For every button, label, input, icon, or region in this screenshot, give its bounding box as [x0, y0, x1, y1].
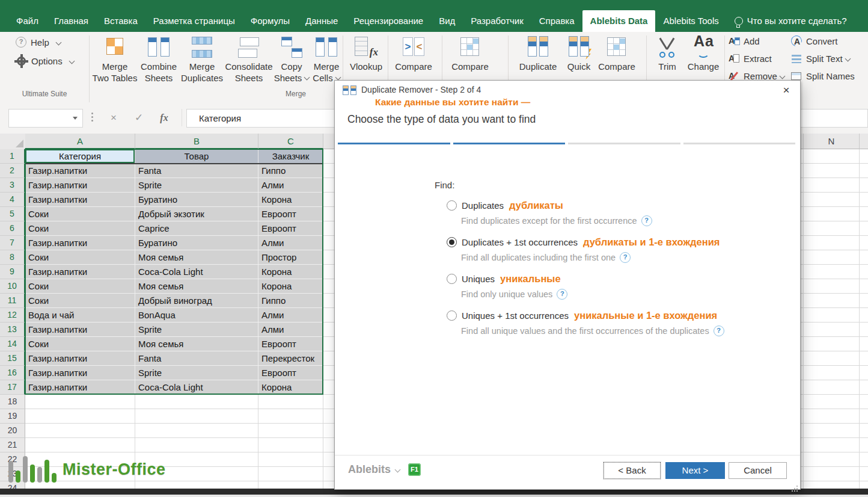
- cell-C8[interactable]: Простор: [258, 250, 323, 265]
- tab-ablebits-tools[interactable]: Ablebits Tools: [655, 10, 726, 32]
- options-button[interactable]: Options: [16, 55, 74, 67]
- quick-dedupe-button[interactable]: Quick: [563, 34, 595, 72]
- cell-A19[interactable]: [25, 409, 135, 424]
- merge-cells-button[interactable]: MergeCells: [310, 34, 343, 84]
- cell-B16[interactable]: Sprite: [135, 366, 258, 380]
- compare-multiple-button[interactable]: Compare: [446, 34, 494, 72]
- cell-N24[interactable]: [804, 481, 860, 489]
- cell-C16[interactable]: Евроопт: [258, 366, 323, 380]
- cell-N4[interactable]: [804, 193, 860, 207]
- radio-button[interactable]: [447, 274, 457, 284]
- cell-C4[interactable]: Корона: [258, 193, 323, 207]
- help-button[interactable]: ? Help: [16, 37, 74, 48]
- cell-x4[interactable]: [860, 193, 868, 207]
- cell-B2[interactable]: Fanta: [135, 164, 258, 178]
- select-all-corner[interactable]: [0, 134, 26, 150]
- cell-B8[interactable]: Моя семья: [135, 250, 258, 265]
- tab-help[interactable]: Справка: [531, 10, 582, 32]
- cell-x22[interactable]: [860, 452, 868, 467]
- tab-page-layout[interactable]: Разметка страницы: [145, 10, 243, 32]
- row-header-10[interactable]: 10: [0, 279, 25, 294]
- cell-N13[interactable]: [804, 323, 860, 337]
- question-mark-icon[interactable]: ?: [620, 252, 631, 263]
- extract-button[interactable]: AExtract: [729, 52, 784, 65]
- row-header-6[interactable]: 6: [0, 221, 25, 236]
- cell-N12[interactable]: [804, 308, 860, 323]
- cell-x12[interactable]: [860, 308, 868, 323]
- cell-C1[interactable]: Заказчик: [258, 149, 323, 164]
- cell-N7[interactable]: [804, 236, 860, 250]
- tab-tell-me[interactable]: Что вы хотите сделать?: [727, 10, 855, 32]
- cell-N21[interactable]: [804, 438, 860, 452]
- cell-N5[interactable]: [804, 207, 860, 221]
- cell-N15[interactable]: [804, 351, 860, 366]
- split-text-button[interactable]: Split Text: [791, 52, 855, 65]
- radio-button[interactable]: [447, 200, 457, 211]
- cell-C2[interactable]: Гиппо: [258, 164, 323, 178]
- cell-A20[interactable]: [25, 424, 135, 438]
- compare-tables-button[interactable]: Compare: [594, 34, 640, 72]
- tab-view[interactable]: Вид: [431, 10, 463, 32]
- row-header-9[interactable]: 9: [0, 265, 25, 279]
- row-header-1[interactable]: 1: [0, 149, 25, 164]
- cell-B5[interactable]: Добрый экзотик: [135, 207, 258, 221]
- cell-A18[interactable]: [25, 395, 135, 409]
- cell-x10[interactable]: [860, 279, 868, 294]
- row-header-19[interactable]: 19: [0, 409, 25, 424]
- row-header-13[interactable]: 13: [0, 323, 25, 337]
- insert-function-button[interactable]: fx: [154, 109, 174, 126]
- cell-A21[interactable]: [25, 438, 135, 452]
- cell-x23[interactable]: [860, 467, 868, 481]
- cell-C24[interactable]: [258, 481, 323, 489]
- cell-A13[interactable]: Газир.напитки: [25, 323, 135, 337]
- cell-x18[interactable]: [860, 395, 868, 409]
- column-header-A[interactable]: A: [25, 134, 135, 149]
- find-option-row[interactable]: Duplicatesдубликаты: [447, 199, 788, 212]
- cell-C17[interactable]: Корона: [258, 380, 323, 395]
- row-header-7[interactable]: 7: [0, 236, 25, 250]
- cell-x3[interactable]: [860, 178, 868, 193]
- cell-B9[interactable]: Coca-Cola Light: [135, 265, 258, 279]
- cell-C13[interactable]: Алми: [258, 323, 323, 337]
- consolidate-sheets-button[interactable]: ConsolidateSheets: [225, 34, 273, 84]
- cell-C14[interactable]: Евроопт: [258, 337, 323, 351]
- row-header-2[interactable]: 2: [0, 164, 25, 178]
- row-header-21[interactable]: 21: [0, 438, 25, 452]
- cell-A24[interactable]: [25, 481, 135, 489]
- cell-B6[interactable]: Caprice: [135, 221, 258, 236]
- cell-N8[interactable]: [804, 250, 860, 265]
- cell-C19[interactable]: [258, 409, 323, 424]
- tab-review[interactable]: Рецензирование: [346, 10, 431, 32]
- merge-two-tables-button[interactable]: MergeTwo Tables: [90, 34, 139, 84]
- cell-A6[interactable]: Соки: [25, 221, 135, 236]
- tab-ablebits-data[interactable]: Ablebits Data: [582, 10, 656, 32]
- back-button[interactable]: < Back: [604, 462, 661, 479]
- find-option-row[interactable]: Uniquesуникальные: [447, 272, 788, 286]
- radio-button[interactable]: [447, 237, 457, 247]
- cell-B15[interactable]: Fanta: [135, 351, 258, 366]
- cell-A10[interactable]: Соки: [25, 279, 135, 294]
- drag-handle-icon[interactable]: [91, 113, 93, 114]
- cell-C20[interactable]: [258, 424, 323, 438]
- tab-file[interactable]: Файл: [8, 10, 46, 32]
- cell-N23[interactable]: [804, 467, 860, 481]
- find-option-row[interactable]: Uniques + 1st occurrencesуникальные и 1-…: [447, 309, 788, 323]
- cell-N22[interactable]: [804, 452, 860, 467]
- enter-formula-button[interactable]: ✓: [129, 109, 149, 126]
- cell-B19[interactable]: [135, 409, 258, 424]
- tab-formulas[interactable]: Формулы: [243, 10, 298, 32]
- f1-help-badge[interactable]: F1: [408, 463, 421, 476]
- cell-B1[interactable]: Товар: [135, 149, 258, 164]
- cell-A23[interactable]: [25, 467, 135, 481]
- merge-duplicates-button[interactable]: MergeDuplicates: [178, 34, 226, 84]
- cell-N6[interactable]: [804, 221, 860, 236]
- name-box[interactable]: [8, 109, 83, 128]
- cell-A12[interactable]: Вода и чай: [25, 308, 135, 323]
- cell-N11[interactable]: [804, 294, 860, 308]
- cell-A4[interactable]: Газир.напитки: [25, 193, 135, 207]
- column-header-N[interactable]: N: [804, 134, 860, 149]
- next-button[interactable]: Next >: [665, 462, 725, 479]
- column-header-C[interactable]: C: [258, 134, 323, 149]
- row-header-24[interactable]: 24: [0, 481, 25, 489]
- cell-A7[interactable]: Газир.напитки: [25, 236, 135, 250]
